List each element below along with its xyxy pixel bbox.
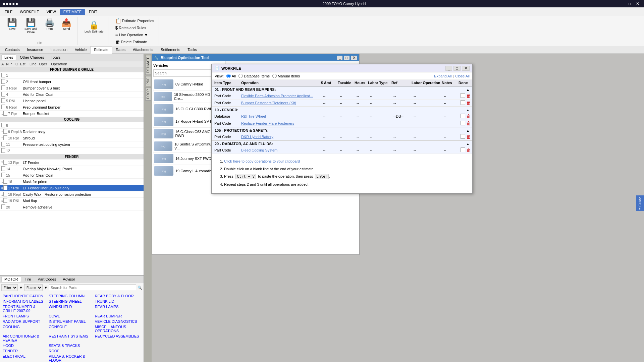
table-row[interactable]: 15 Add for Clear Coat — [0, 172, 144, 179]
menu-view[interactable]: VIEW — [43, 9, 59, 15]
part-cat-cooling[interactable]: COOLING — [3, 324, 49, 334]
print-button[interactable]: 🖨️ Print — [42, 17, 58, 35]
wf-section-protection-header[interactable]: 105 - PROTECTION & SAFETY: ▲ — [212, 127, 472, 133]
row-checkbox[interactable] — [1, 123, 5, 127]
table-row[interactable]: 4 Add for Clear Coat — [0, 92, 144, 98]
wf-maximize[interactable]: □ — [453, 66, 461, 71]
est-tab-lines[interactable]: Lines — [1, 54, 16, 60]
bp-minimize[interactable]: _ — [337, 56, 342, 60]
done-checkbox[interactable] — [461, 93, 465, 98]
menu-edit[interactable]: EDIT — [86, 9, 101, 15]
row-checkbox[interactable] — [1, 98, 5, 103]
row-checkbox[interactable] — [1, 92, 5, 97]
part-cat-windshield[interactable]: WINDSHIELD — [49, 304, 95, 313]
wf-collapse-bumpers[interactable]: ▲ — [466, 88, 470, 92]
row-checkbox[interactable] — [1, 173, 5, 177]
lock-estimate-button[interactable]: 🔒 Lock Estimate — [83, 20, 105, 34]
tab-attachments[interactable]: Attachments — [129, 46, 157, 53]
tab-estimate[interactable]: Estimate — [90, 46, 112, 54]
wf-collapse-fender[interactable]: ▲ — [466, 108, 470, 112]
table-row[interactable]: 12 — [0, 148, 144, 154]
tab-contacts[interactable]: Contacts — [1, 46, 23, 53]
wf-op-link[interactable]: Bumper Fasteners/Retainers (Kit) — [241, 101, 296, 105]
wf-section-radiator-header[interactable]: 20 - RADIATOR, AC AND FLUIDS: ▲ — [212, 141, 472, 147]
menu-file[interactable]: FILE — [1, 9, 16, 15]
table-row[interactable]: 14 Overlap Major Non-Adj. Panel — [0, 166, 144, 172]
maximize-btn[interactable]: □ — [626, 1, 633, 6]
line-operation-button[interactable]: ≡ Line Operation ▼ — [114, 32, 156, 38]
wf-op-link[interactable]: R&I Tire Wheel — [241, 114, 266, 118]
tab-rates[interactable]: Rates — [112, 46, 129, 53]
done-checkbox[interactable] — [461, 134, 465, 139]
frame-select[interactable]: Frame — [24, 284, 43, 291]
part-cat-instrument[interactable]: INSTRUMENT PANEL — [49, 319, 95, 324]
rates-rules-button[interactable]: $ Rates and Rules — [114, 24, 156, 31]
bp-close[interactable]: ✕ — [351, 56, 357, 60]
part-cat-hood[interactable]: HOOD — [3, 343, 49, 348]
view-db-radio[interactable]: Database Items — [238, 74, 270, 78]
wf-collapse-protection[interactable]: ▲ — [466, 129, 470, 132]
table-row[interactable]: 1 — [0, 72, 144, 79]
table-row[interactable]: 20 Remove adhesive — [0, 204, 144, 210]
menu-workfile[interactable]: WORKFILE — [16, 9, 42, 15]
row-checkbox[interactable] — [1, 148, 5, 153]
estimate-props-button[interactable]: 📋 Estimate Properties — [114, 17, 156, 24]
part-cat-vehicle-diag[interactable]: VEHICLE DIAGNOSTICS — [95, 319, 141, 324]
copy-ops-link[interactable]: Click here to copy operations to your cl… — [224, 159, 300, 163]
row-checkbox[interactable] — [3, 198, 7, 203]
part-cat-roof[interactable]: ROOF — [49, 348, 95, 354]
window-controls[interactable]: _ □ ✕ — [619, 1, 641, 6]
wf-op-link[interactable]: D&R Hybrid Battery — [241, 135, 273, 139]
table-row[interactable]: 6 Repl Prep unprimed bumper — [0, 104, 144, 111]
part-cat-ac-heater[interactable]: AIR CONDITIONER & HEATER — [3, 334, 49, 343]
table-row[interactable]: * 10 Rpr Shroud — [0, 135, 144, 141]
part-cat-electrical[interactable]: ELECTRICAL — [3, 354, 49, 362]
wf-item-row[interactable]: Part Code D&R Hybrid Battery -- -- -- --… — [212, 133, 472, 140]
done-checkbox[interactable] — [461, 100, 465, 105]
expand-all-link[interactable]: Expand All — [434, 74, 451, 78]
part-cat-front-bumper-grille[interactable]: FRONT BUMPER & GRILLE 2007-09 — [3, 304, 49, 313]
row-checkbox[interactable] — [1, 166, 5, 171]
part-cat-rear-bumper[interactable]: REAR BUMPER — [95, 313, 141, 319]
save-close-button[interactable]: 💾 Save and Close — [21, 17, 41, 35]
table-row[interactable]: 3 Repl Bumper cover US built — [0, 85, 144, 92]
part-cat-rear-body[interactable]: REAR BODY & FLOOR — [95, 293, 141, 299]
table-row[interactable]: # 19 R&I Mud flap — [0, 198, 144, 204]
wf-item-row[interactable]: Part Code Bleed Cooling System -- -- -- … — [212, 147, 472, 154]
pdf-side-btn[interactable]: PDF — [145, 76, 151, 86]
save-button[interactable]: 💾 Save — [4, 17, 20, 35]
bot-tab-advisor[interactable]: Advisor — [60, 276, 78, 282]
wf-op-link[interactable]: Replace Fender Flare Fasteners — [241, 121, 294, 125]
tab-settlements[interactable]: Settlements — [157, 46, 184, 53]
guide-button[interactable]: ≡ Guide — [636, 195, 644, 211]
search-icon[interactable]: 🔍 — [138, 286, 142, 290]
est-tab-totals[interactable]: Totals — [48, 54, 63, 60]
part-cat-seats[interactable]: SEATS & TRACKS — [49, 343, 95, 348]
wfi-done-check[interactable] — [460, 93, 466, 99]
view-all-radio[interactable]: All — [226, 74, 236, 78]
bot-tab-tire[interactable]: Tire — [22, 276, 34, 282]
wfi-done-check[interactable] — [460, 121, 466, 126]
wf-section-bumpers-header[interactable]: 01 - FRONT AND REAR BUMPERS: ▲ — [212, 86, 472, 93]
drop-side-btn[interactable]: DROP — [145, 87, 151, 101]
est-tab-other-charges[interactable]: Other Charges — [17, 54, 47, 60]
minimize-btn[interactable]: _ — [619, 1, 625, 6]
part-cat-restraints[interactable]: RESTRAINT SYSTEMS — [49, 334, 95, 343]
part-cat-rad-support[interactable]: RADIATOR SUPPORT — [3, 319, 49, 324]
row-checkbox[interactable] — [3, 111, 7, 116]
part-cat-recycled[interactable]: RECYCLED ASSEMBLIES — [95, 334, 141, 343]
part-cat-trunk-lid[interactable]: TRUNK LID — [95, 299, 141, 304]
wf-op-link[interactable]: Flexible Parts Adhesion Promoter Applica… — [241, 94, 313, 98]
wf-item-row[interactable]: Part Code Flexible Parts Adhesion Promot… — [212, 93, 472, 100]
wfi-op[interactable]: Replace Fender Flare Fasteners — [240, 121, 322, 125]
row-checkbox[interactable] — [1, 204, 5, 209]
row-checkbox[interactable] — [3, 160, 7, 165]
table-row[interactable]: # 7 Rpr Bumper Bracket — [0, 111, 144, 117]
table-row[interactable]: 8 — [0, 122, 144, 129]
estimate-side-btn[interactable]: ESTIMATE — [145, 55, 151, 75]
filter-select[interactable]: Filter — [1, 284, 18, 291]
row-checkbox[interactable] — [3, 129, 7, 134]
blueprint-window-controls[interactable]: _ □ ✕ — [337, 56, 357, 60]
row-checkbox[interactable] — [3, 185, 7, 190]
wf-delete-btn[interactable]: 🗑 — [466, 121, 471, 126]
